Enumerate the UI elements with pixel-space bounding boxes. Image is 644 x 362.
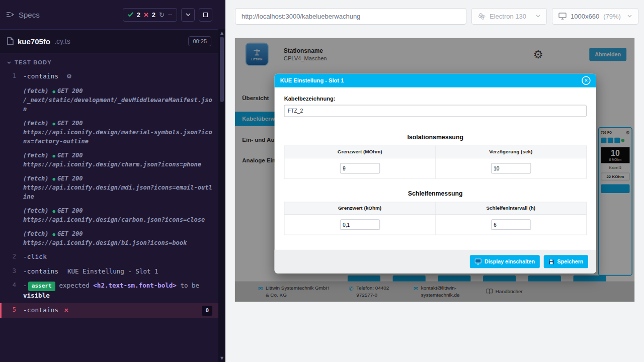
spec-file-icon <box>7 37 14 45</box>
test-body-toggle[interactable]: TEST BODY <box>0 53 218 69</box>
save-button[interactable]: Speichern <box>544 255 588 268</box>
fetch-url: https://api.iconify.design/charm.json?ic… <box>23 160 214 169</box>
cable-name-label: Kabelbezeichnung: <box>284 96 587 102</box>
stop-button[interactable] <box>199 8 212 22</box>
status-dot: ● <box>53 232 55 237</box>
scroll-up-icon[interactable]: ▲ <box>220 29 223 37</box>
command-number: 2 <box>0 252 16 260</box>
failed-command-row[interactable]: 5 -contains × 0 <box>0 303 218 319</box>
isolation-heading: Isolationsmessung <box>284 134 587 141</box>
assert-row[interactable]: 4 -assertexpected <h2.text-sm.font-bold>… <box>0 279 218 303</box>
url-input[interactable] <box>235 8 466 25</box>
command-number: 4 <box>0 281 16 289</box>
failed-icon <box>144 13 148 17</box>
reporter-header: Specs 2 2 ↻ -- <box>0 0 218 29</box>
cable-name-input[interactable] <box>284 105 587 117</box>
command-name: -contains <box>23 306 58 315</box>
specs-icon[interactable] <box>6 11 15 18</box>
status-dot: ● <box>53 209 55 214</box>
isolation-table: Grenzwert (MOhm) Verzögerung (sek) <box>284 146 587 179</box>
fetch-log-row[interactable]: (fetch)●GET 200 /_next/static/developmen… <box>0 84 218 116</box>
fetch-log-row[interactable]: (fetch)●GET 200 https://api.iconify.desi… <box>0 171 218 204</box>
gear-icon: ⚙ <box>66 73 72 80</box>
status-dot: ● <box>53 153 55 158</box>
assert-badge: assert <box>28 282 55 291</box>
display-icon <box>474 258 481 264</box>
command-number: 5 <box>2 306 16 313</box>
display-on-button[interactable]: Display einschalten <box>470 255 540 268</box>
command-log: 1 -contains ⚙ (fetch)●GET 200 /_next/sta… <box>0 69 218 318</box>
spec-file-row[interactable]: kue705fo .cy.ts 00:25 <box>0 29 218 53</box>
spec-duration: 00:25 <box>188 36 211 46</box>
aut-pane: Electron 130 1000x660 (79%) LITTWIN Stat… <box>225 0 644 362</box>
viewport-size: 1000x660 <box>571 13 599 20</box>
command-number: 1 <box>0 72 16 79</box>
viewport-select[interactable]: 1000x660 (79%) <box>552 8 638 25</box>
fetch-status: GET 200 <box>57 87 83 95</box>
fetch-log-row[interactable]: (fetch)●GET 200 https://api.iconify.desi… <box>0 227 218 250</box>
status-dot: ● <box>53 176 55 182</box>
column-header: Grenzwert (MOhm) <box>284 146 435 158</box>
close-icon[interactable]: ✕ <box>582 76 590 84</box>
status-dot: ● <box>53 121 55 126</box>
command-row[interactable]: 1 -contains ⚙ <box>0 69 218 84</box>
fail-x-icon: × <box>63 306 68 315</box>
command-name: -click <box>23 253 47 260</box>
specs-label[interactable]: Specs <box>19 11 40 19</box>
command-row[interactable]: 2 -click <box>0 250 218 264</box>
failed-count: 2 <box>152 11 155 19</box>
kue-settings-modal: KUE Einstellung - Slot 1 ✕ Kabelbezeichn… <box>275 74 596 274</box>
modal-title-bar: KUE Einstellung - Slot 1 ✕ <box>275 74 596 87</box>
loop-limit-input[interactable] <box>340 219 379 230</box>
scroll-down-icon[interactable]: ▼ <box>220 354 223 362</box>
status-dot: ● <box>53 89 55 94</box>
monitor-icon <box>558 13 567 20</box>
command-argument: KUE Einstellung - Slot 1 <box>67 267 158 275</box>
fetch-log-row[interactable]: (fetch)●GET 200 https://api.iconify.desi… <box>0 204 218 227</box>
pending-count: -- <box>168 11 172 18</box>
command-name: -contains <box>23 72 58 80</box>
iso-delay-input[interactable] <box>491 163 531 174</box>
collapse-button[interactable] <box>181 8 195 22</box>
retry-count-badge: 0 <box>202 306 212 316</box>
command-row[interactable]: 3 -contains KUE Einstellung - Slot 1 <box>0 264 218 279</box>
chevron-down-icon <box>536 15 540 18</box>
fetch-label: (fetch) <box>23 87 49 95</box>
browser-name: Electron 130 <box>490 13 526 20</box>
test-stats: 2 2 ↻ -- <box>123 8 177 22</box>
passed-icon <box>128 12 133 17</box>
assert-element: <h2.text-sm.font-bold> <box>93 282 177 289</box>
scrollbar-thumb[interactable] <box>220 37 224 102</box>
electron-icon <box>478 13 486 20</box>
column-header: Grenzwert (kOhm) <box>284 202 435 215</box>
loop-table: Grenzwert (kOhm) Schleifenintervall (h) <box>284 202 587 235</box>
fetch-log-row[interactable]: (fetch)●GET 200 https://api.iconify.desi… <box>0 148 218 171</box>
chevron-down-icon <box>186 13 191 16</box>
command-name: -contains <box>23 267 58 275</box>
app-under-test: LITTWIN Stationsname CPLV4_Maschen ⚙ Abm… <box>235 38 634 302</box>
chevron-down-icon <box>627 15 632 18</box>
spec-name: kue705fo <box>18 37 50 46</box>
fetch-url: https://api.iconify.design/bi.json?icons… <box>23 238 214 247</box>
column-header: Schleifenintervall (h) <box>435 202 586 215</box>
cypress-reporter: Specs 2 2 ↻ -- kue705fo .cy.ts 00:25 <box>0 0 225 362</box>
modal-title: KUE Einstellung - Slot 1 <box>280 77 344 84</box>
spec-ext: .cy.ts <box>54 37 70 45</box>
test-body-label: TEST BODY <box>15 59 52 65</box>
column-header: Verzögerung (sek) <box>435 146 586 158</box>
fetch-url: https://api.iconify.design/mdi.json?icon… <box>23 183 214 201</box>
chevron-down-icon <box>7 61 11 64</box>
fetch-url: https://api.iconify.design/carbon.json?i… <box>23 215 214 224</box>
fetch-url: https://api.iconify.design/material-symb… <box>23 128 214 146</box>
passed-count: 2 <box>137 11 140 19</box>
loop-interval-input[interactable] <box>491 219 531 230</box>
command-number: 3 <box>0 267 16 275</box>
browser-select[interactable]: Electron 130 <box>471 8 547 25</box>
sidebar-scrollbar[interactable]: ▲ ▼ <box>218 29 225 362</box>
iso-limit-input[interactable] <box>340 163 379 174</box>
modal-footer: Display einschalten Speichern <box>275 250 596 274</box>
loop-heading: Schleifenmessung <box>284 190 587 197</box>
fetch-log-row[interactable]: (fetch)●GET 200 https://api.iconify.desi… <box>0 116 218 148</box>
fetch-url: /_next/static/development/_devMiddleware… <box>23 96 214 114</box>
aut-topbar: Electron 130 1000x660 (79%) <box>225 0 644 32</box>
